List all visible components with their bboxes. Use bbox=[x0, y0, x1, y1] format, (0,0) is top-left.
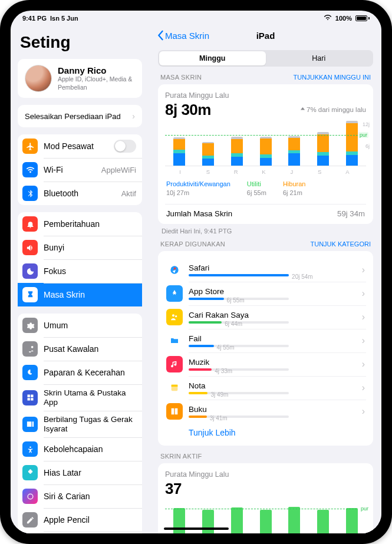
chevron-icon: › bbox=[362, 312, 365, 322]
app-time: 20j 54m bbox=[292, 273, 313, 280]
screentime-row[interactable]: Masa Skrin bbox=[18, 283, 142, 306]
avatar bbox=[25, 65, 52, 92]
home-label: Skrin Utama & Pustaka App bbox=[44, 388, 136, 407]
focus-label: Fokus bbox=[44, 266, 136, 276]
wallpaper-label: Hias Latar bbox=[44, 468, 136, 477]
app-row[interactable]: Nota3j 49m› bbox=[165, 376, 366, 400]
apple-id-row[interactable]: Danny Rico Apple ID, iCloud+, Media & Pe… bbox=[18, 59, 142, 98]
svg-rect-5 bbox=[172, 385, 178, 387]
general-row[interactable]: Umum bbox=[18, 314, 142, 337]
pencil-icon bbox=[22, 512, 38, 527]
multitask-row[interactable]: Berbilang Tugas & Gerak Isyarat bbox=[18, 411, 142, 437]
flower-icon bbox=[22, 465, 38, 480]
chevron-icon: › bbox=[362, 406, 365, 417]
total-label: Jumlah Masa Skrin bbox=[166, 209, 232, 218]
connectivity-group: Mod Pesawat Wi-Fi AppleWiFi Bluetooth Ak… bbox=[18, 134, 142, 205]
show-more-link[interactable]: Tunjuk Lebih bbox=[165, 423, 366, 440]
switches-icon bbox=[22, 341, 38, 357]
ipad-frame: 9:41 PG Isn 5 Jun 100% Seting Danny Rico… bbox=[0, 0, 392, 544]
finish-setup-label: Selesaikan Persediaan iPad bbox=[25, 112, 121, 121]
app-name: Muzik bbox=[189, 358, 356, 367]
chevron-left-icon bbox=[157, 30, 164, 41]
siri-row[interactable]: Siri & Carian bbox=[18, 484, 142, 508]
app-row[interactable]: Muzik4j 33m› bbox=[165, 352, 366, 376]
multitask-icon bbox=[22, 417, 38, 432]
app-icon bbox=[166, 262, 183, 278]
app-row[interactable]: Buku3j 41m› bbox=[165, 400, 366, 423]
home-indicator[interactable] bbox=[164, 527, 229, 530]
airplane-toggle[interactable] bbox=[114, 140, 136, 153]
grid-icon bbox=[22, 390, 38, 405]
hourglass-icon bbox=[22, 287, 38, 302]
app-time: 3j 41m bbox=[210, 415, 228, 421]
app-name: Nota bbox=[189, 381, 356, 390]
focus-row[interactable]: Fokus bbox=[18, 259, 142, 283]
status-bar: 9:41 PG Isn 5 Jun 100% bbox=[11, 11, 381, 24]
app-row[interactable]: App Store6j 55m› bbox=[165, 282, 366, 305]
sound-row[interactable]: Bunyi bbox=[18, 236, 142, 259]
bluetooth-row[interactable]: Bluetooth Aktif bbox=[18, 182, 142, 205]
pickups-value: 37 bbox=[165, 480, 366, 498]
status-date: Isn 5 Jun bbox=[50, 15, 78, 22]
wifi-row-icon bbox=[22, 162, 38, 177]
pickups-sub: Purata Minggu Lalu bbox=[165, 470, 366, 479]
legend-2-name: Utiliti bbox=[247, 180, 266, 189]
app-name: App Store bbox=[189, 287, 356, 296]
seg-day[interactable]: Hari bbox=[266, 51, 373, 65]
screentime-label: Masa Skrin bbox=[44, 290, 136, 299]
detail-pane: Masa Skrin iPad Minggu Hari MASA SKRIN T… bbox=[150, 24, 381, 533]
control-center-row[interactable]: Pusat Kawalan bbox=[18, 337, 142, 361]
app-time: 6j 55m bbox=[227, 297, 245, 304]
display-label: Paparan & Kecerahan bbox=[44, 368, 136, 377]
app-row[interactable]: Safari20j 54m› bbox=[165, 258, 366, 282]
notifications-group: Pemberitahuan Bunyi Fokus Masa Skrin bbox=[18, 212, 142, 306]
pencil-label: Apple Pencil bbox=[44, 515, 136, 525]
wifi-row[interactable]: Wi-Fi AppleWiFi bbox=[18, 158, 142, 182]
app-name: Safari bbox=[189, 263, 356, 272]
app-icon bbox=[166, 285, 183, 302]
moon-icon bbox=[22, 263, 38, 279]
avg-label: Purata Minggu Lalu bbox=[165, 91, 366, 100]
delta-label: 7% dari minggu lalu bbox=[300, 106, 366, 113]
multi-label: Berbilang Tugas & Gerak Isyarat bbox=[44, 415, 136, 433]
touchid-row[interactable]: Touch ID & Kod Laluan bbox=[18, 532, 142, 533]
app-row[interactable]: Fail4j 55m› bbox=[165, 329, 366, 352]
airplane-row[interactable]: Mod Pesawat bbox=[18, 134, 142, 158]
homescreen-row[interactable]: Skrin Utama & Pustaka App bbox=[18, 384, 142, 411]
app-icon bbox=[166, 356, 183, 372]
app-row[interactable]: Cari Rakan Saya6j 44m› bbox=[165, 305, 366, 329]
show-categories-link[interactable]: TUNJUK KATEGORI bbox=[311, 240, 371, 248]
svg-point-2 bbox=[172, 315, 174, 317]
notifications-row[interactable]: Pemberitahuan bbox=[18, 212, 142, 236]
general-group: Umum Pusat Kawalan Paparan & Kecerahan S… bbox=[18, 314, 142, 533]
back-label: Masa Skrin bbox=[165, 31, 209, 41]
wifi-value: AppleWiFi bbox=[101, 166, 136, 174]
app-time: 4j 55m bbox=[217, 344, 235, 351]
pickups-panel[interactable]: Purata Minggu Lalu 37 bbox=[158, 463, 373, 533]
app-time: 4j 33m bbox=[215, 368, 232, 374]
pickups-title: SKRIN AKTIF bbox=[160, 453, 202, 460]
week-day-segment[interactable]: Minggu Hari bbox=[158, 50, 373, 67]
finish-setup-row[interactable]: Selesaikan Persediaan iPad› bbox=[18, 105, 142, 127]
nav-title: iPad bbox=[256, 31, 275, 41]
back-button[interactable]: Masa Skrin bbox=[157, 30, 209, 41]
usage-chart: 12j6j bbox=[165, 124, 366, 166]
bluetooth-icon bbox=[22, 186, 38, 201]
screentime-panel[interactable]: Purata Minggu Lalu 8j 30m 7% dari minggu… bbox=[158, 84, 373, 225]
accessibility-icon bbox=[22, 441, 38, 457]
svg-point-3 bbox=[175, 315, 177, 317]
edited-label: Diedit Hari Ini, 9:41 PTG bbox=[158, 224, 373, 240]
seg-week[interactable]: Minggu bbox=[159, 51, 266, 65]
siri-icon bbox=[22, 489, 38, 504]
show-this-week-link[interactable]: TUNJUKKAN MINGGU INI bbox=[294, 74, 371, 81]
app-icon bbox=[166, 380, 183, 396]
pencil-row[interactable]: Apple Pencil bbox=[18, 508, 142, 532]
airplane-icon bbox=[22, 139, 38, 154]
chart-x-labels: ISRKJSA bbox=[165, 167, 366, 175]
notif-label: Pemberitahuan bbox=[44, 219, 136, 229]
display-row[interactable]: Paparan & Kecerahan bbox=[18, 361, 142, 384]
settings-sidebar: Seting Danny Rico Apple ID, iCloud+, Med… bbox=[11, 24, 150, 533]
accessibility-row[interactable]: Kebolehcapaian bbox=[18, 437, 142, 461]
section-screentime-title: MASA SKRIN bbox=[160, 74, 202, 81]
wallpaper-row[interactable]: Hias Latar bbox=[18, 461, 142, 484]
